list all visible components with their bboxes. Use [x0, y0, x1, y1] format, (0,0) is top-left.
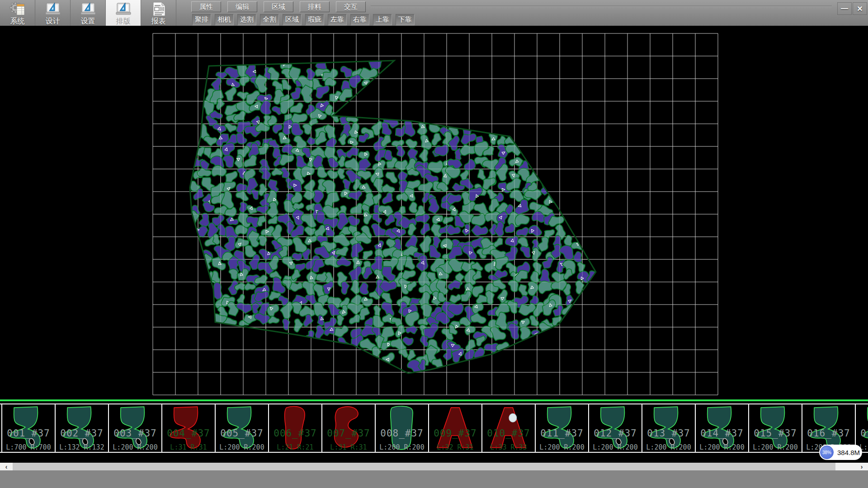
ribbon-button[interactable]: 全割: [260, 14, 279, 25]
piece-thumbnail[interactable]: 005_#37L:200 R:200: [215, 404, 268, 452]
ribbon-button[interactable]: 下靠: [396, 14, 415, 25]
piece-name: 009_#37: [429, 428, 481, 439]
report-document-icon: [150, 1, 168, 17]
ribbon-button[interactable]: 选割: [237, 14, 256, 25]
ribbon-button[interactable]: 相机: [215, 14, 234, 25]
piece-lr-count: L:200 R:200: [642, 443, 695, 451]
ribbon-button[interactable]: 瑕疵: [305, 14, 324, 25]
scrollbar-thumb[interactable]: [13, 463, 835, 470]
piece-lr-count: L:33 R:33: [482, 443, 535, 451]
status-bar: [0, 470, 868, 488]
piece-thumbnail[interactable]: 009_#37L:32 R:31: [428, 404, 481, 452]
app-tab-label: 设计: [46, 17, 60, 25]
app-tab-settings[interactable]: 设置: [71, 0, 106, 26]
piece-name: 008_#37: [376, 428, 428, 439]
app-tab-label: 排版: [116, 17, 131, 25]
piece-name: 005_#37: [216, 428, 268, 439]
piece-thumbnail[interactable]: 013_#37L:200 R:200: [642, 404, 695, 452]
piece-thumbnail[interactable]: 012_#37L:200 R:200: [588, 404, 642, 452]
piece-name: 010_#37: [482, 428, 535, 439]
piece-lr-count: L:200 R:200: [376, 443, 428, 451]
piece-name: 004_#37: [162, 428, 215, 439]
piece-name: 012_#37: [589, 428, 642, 439]
ribbon-button[interactable]: 右靠: [350, 14, 369, 25]
menu-tab-edit[interactable]: 编辑: [227, 1, 257, 12]
piece-thumbnail[interactable]: 008_#37L:200 R:200: [375, 404, 428, 452]
piece-name: 011_#37: [536, 428, 588, 439]
scroll-left-arrow-icon[interactable]: ‹: [0, 463, 13, 470]
toolbar-groove: [371, 6, 832, 7]
piece-thumbnail-strip: 001_#37L:700 R:700002_#37L:132 R:132003_…: [0, 399, 868, 463]
piece-thumbnail[interactable]: 002_#37L:132 R:132: [55, 404, 108, 452]
spreadsheet-icon: [17, 4, 24, 15]
app-tab-design[interactable]: 设计: [35, 0, 71, 26]
piece-name: 002_#37: [56, 428, 108, 439]
piece-lr-count: L:200 R:200: [216, 443, 268, 451]
settings-ruler-icon: [79, 1, 97, 17]
menu-tab-nesting[interactable]: 排料: [300, 1, 330, 12]
piece-name: 006_#37: [269, 428, 321, 439]
ribbon-button[interactable]: 聚排: [192, 14, 211, 25]
piece-lr-count: L:200 R:200: [109, 443, 161, 451]
progress-badge: 38% 384.8M: [819, 445, 862, 460]
piece-thumbnail[interactable]: 011_#37L:200 R:200: [535, 404, 588, 452]
app-tab-layout[interactable]: 排版: [106, 0, 141, 26]
ribbon-button[interactable]: 区域: [283, 14, 302, 25]
ribbon-button[interactable]: 左靠: [328, 14, 347, 25]
ribbon-button[interactable]: 上靠: [373, 14, 392, 25]
piece-name: 017_#37: [856, 428, 868, 439]
piece-thumbnail[interactable]: 004_#37L:31 R:31: [161, 404, 215, 452]
piece-hole: [509, 414, 516, 422]
nesting-canvas-viewport[interactable]: [0, 26, 868, 399]
horizontal-scrollbar[interactable]: ‹ ›: [0, 463, 868, 470]
piece-lr-count: L:200 R:200: [536, 443, 588, 451]
piece-lr-count: L:132 R:132: [56, 443, 108, 451]
piece-name: 014_#37: [696, 428, 748, 439]
design-ruler-icon: [44, 1, 62, 17]
memory-value: 384.8M: [837, 445, 860, 460]
piece-thumbnail[interactable]: 001_#37L:700 R:700: [1, 404, 55, 452]
strip-top-line: [0, 399, 868, 401]
piece-thumbnail[interactable]: 003_#37L:200 R:200: [108, 404, 161, 452]
progress-percent-circle: 38%: [820, 446, 834, 459]
piece-list: 001_#37L:700 R:700002_#37L:132 R:132003_…: [0, 404, 868, 453]
menu-tab-region[interactable]: 区域: [264, 1, 293, 12]
app-tab-label: 报表: [151, 17, 166, 25]
piece-thumbnail[interactable]: 014_#37L:200 R:200: [695, 404, 748, 452]
piece-thumbnail[interactable]: 015_#37L:200 R:200: [748, 404, 802, 452]
minimize-button[interactable]: —: [837, 2, 852, 15]
app-tab-report[interactable]: 报表: [141, 0, 176, 26]
piece-thumbnail[interactable]: 010_#37L:33 R:33: [481, 404, 535, 452]
piece-lr-count: L:31 R:31: [162, 443, 215, 451]
menu-tab-properties[interactable]: 属性: [191, 1, 221, 12]
piece-name: 013_#37: [642, 428, 695, 439]
scroll-right-arrow-icon[interactable]: ›: [855, 463, 868, 470]
piece-thumbnail[interactable]: 007_#37L:31 R:31: [321, 404, 375, 452]
piece-lr-count: L:200 R:200: [749, 443, 802, 451]
piece-lr-count: L:21 R:21: [269, 443, 321, 451]
piece-name: 015_#37: [749, 428, 802, 439]
application-window: 系统 设计: [0, 0, 868, 488]
piece-lr-count: L:32 R:31: [429, 443, 481, 451]
piece-lr-count: L:700 R:700: [2, 443, 55, 451]
progress-percent: 38%: [822, 450, 831, 455]
piece-name: 016_#37: [802, 428, 855, 439]
piece-lr-count: L:200 R:200: [589, 443, 642, 451]
app-tab-system[interactable]: 系统: [0, 0, 35, 26]
piece-lr-count: L:200 R:200: [696, 443, 748, 451]
piece-name: 001_#37: [2, 428, 55, 439]
piece-lr-count: L:31 R:31: [322, 443, 375, 451]
main-toolbar: 系统 设计: [0, 0, 868, 26]
menu-tab-interact[interactable]: 交互: [336, 1, 366, 12]
piece-thumbnail[interactable]: 006_#37L:21 R:21: [268, 404, 321, 452]
app-tab-label: 设置: [81, 17, 95, 25]
nesting-canvas: [0, 26, 868, 399]
system-gear-icon: [9, 1, 27, 17]
piece-name: 007_#37: [322, 428, 375, 439]
app-tab-label: 系统: [10, 17, 25, 25]
layout-ruler-icon: [114, 1, 132, 17]
piece-name: 003_#37: [109, 428, 161, 439]
close-button[interactable]: ✕: [853, 2, 867, 15]
